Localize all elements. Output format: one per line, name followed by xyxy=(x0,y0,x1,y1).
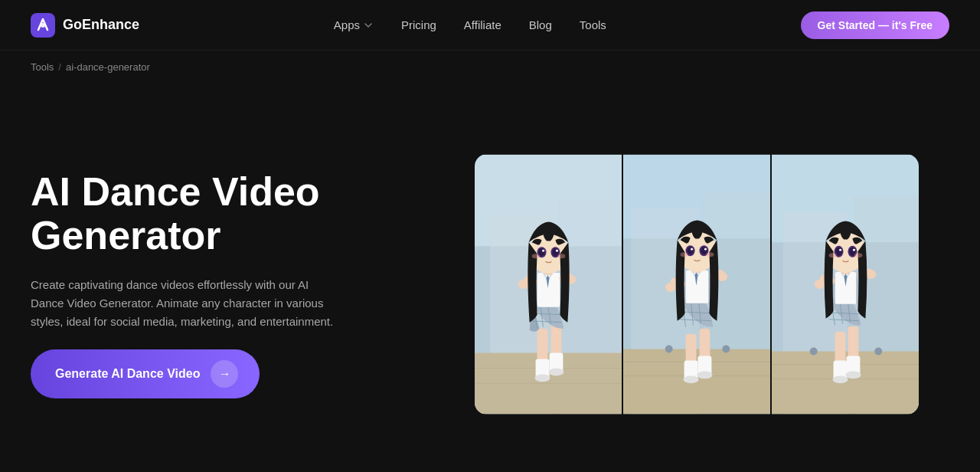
svg-point-49 xyxy=(697,371,712,379)
image-grid xyxy=(475,154,919,415)
left-section: AI Dance Video Generator Create captivat… xyxy=(31,170,398,398)
breadcrumb: Tools / ai-dance-generator xyxy=(0,51,980,84)
anime-character-3 xyxy=(772,154,919,415)
arrow-icon: → xyxy=(211,360,238,388)
svg-point-29 xyxy=(539,248,545,256)
nav-tools[interactable]: Tools xyxy=(580,18,606,31)
anime-panel-2 xyxy=(623,154,772,415)
cta-button[interactable]: Get Started — it's Free xyxy=(801,11,949,39)
navbar: GoEnhance Apps Pricing Affiliate Blog To… xyxy=(0,0,980,51)
nav-pricing[interactable]: Pricing xyxy=(401,18,436,31)
hero-description: Create captivating dance videos effortle… xyxy=(31,276,337,331)
logo-link[interactable]: GoEnhance xyxy=(31,13,139,38)
svg-point-42 xyxy=(665,346,673,353)
svg-point-102 xyxy=(853,249,855,251)
svg-point-69 xyxy=(706,252,714,257)
hero-title: AI Dance Video Generator xyxy=(31,170,398,257)
svg-point-94 xyxy=(865,270,876,279)
nav-apps[interactable]: Apps xyxy=(334,18,374,31)
nav-blog[interactable]: Blog xyxy=(529,18,552,31)
nav-links: Apps Pricing Affiliate Blog Tools xyxy=(334,18,606,31)
svg-point-32 xyxy=(556,250,558,252)
svg-point-64 xyxy=(688,247,694,254)
svg-point-23 xyxy=(518,280,529,289)
breadcrumb-separator: / xyxy=(58,61,61,73)
svg-point-99 xyxy=(836,247,842,256)
anime-panel-1 xyxy=(475,154,623,415)
svg-point-84 xyxy=(845,371,861,379)
svg-point-58 xyxy=(665,283,676,292)
svg-point-59 xyxy=(717,272,727,281)
svg-point-67 xyxy=(704,248,707,251)
anime-panel-3 xyxy=(772,154,919,415)
main-content: AI Dance Video Generator Create captivat… xyxy=(0,84,980,470)
svg-point-43 xyxy=(722,346,730,353)
svg-point-48 xyxy=(684,375,699,383)
nav-affiliate[interactable]: Affiliate xyxy=(464,18,501,31)
svg-point-93 xyxy=(815,280,825,289)
svg-point-68 xyxy=(681,252,688,257)
generate-button[interactable]: Generate AI Dance Video → xyxy=(31,349,260,398)
svg-point-65 xyxy=(701,247,707,254)
logo-icon xyxy=(31,13,55,38)
svg-point-77 xyxy=(810,348,818,356)
breadcrumb-current: ai-dance-generator xyxy=(66,61,150,73)
svg-point-1 xyxy=(41,23,45,28)
svg-point-13 xyxy=(535,374,550,382)
svg-point-33 xyxy=(532,254,540,258)
svg-point-103 xyxy=(829,253,837,257)
svg-point-31 xyxy=(542,250,544,252)
svg-point-83 xyxy=(833,375,848,383)
chevron-down-icon xyxy=(363,20,374,31)
svg-point-78 xyxy=(874,348,882,356)
svg-point-101 xyxy=(839,249,841,251)
svg-point-104 xyxy=(854,253,862,257)
anime-character-2 xyxy=(623,154,770,415)
anime-character-1 xyxy=(475,154,622,415)
svg-point-100 xyxy=(849,247,855,256)
logo-text: GoEnhance xyxy=(63,17,139,33)
svg-point-66 xyxy=(691,248,693,251)
svg-point-30 xyxy=(552,248,558,256)
breadcrumb-parent-link[interactable]: Tools xyxy=(31,61,54,73)
right-section xyxy=(444,154,949,415)
svg-point-34 xyxy=(557,254,565,258)
svg-point-14 xyxy=(548,368,564,375)
